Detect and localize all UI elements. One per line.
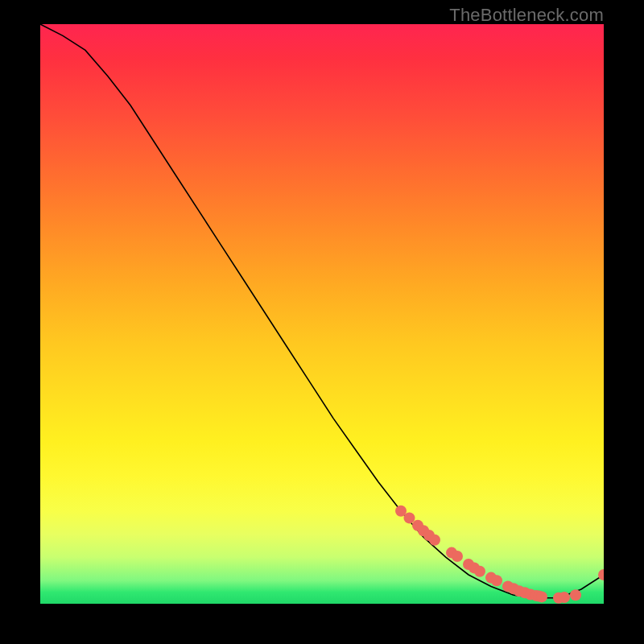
watermark-text: TheBottleneck.com xyxy=(449,5,604,26)
marker-point xyxy=(452,551,463,562)
marker-point xyxy=(429,535,440,546)
marker-point xyxy=(474,566,485,577)
marker-point xyxy=(559,592,570,603)
chart-overlay xyxy=(40,24,604,604)
marker-point xyxy=(404,512,415,523)
marker-point xyxy=(598,569,604,580)
scatter-markers xyxy=(395,506,604,604)
curve-line xyxy=(40,24,604,598)
chart-frame: TheBottleneck.com xyxy=(0,0,644,644)
marker-point xyxy=(491,575,502,586)
marker-point xyxy=(570,589,581,601)
marker-point xyxy=(536,591,547,602)
